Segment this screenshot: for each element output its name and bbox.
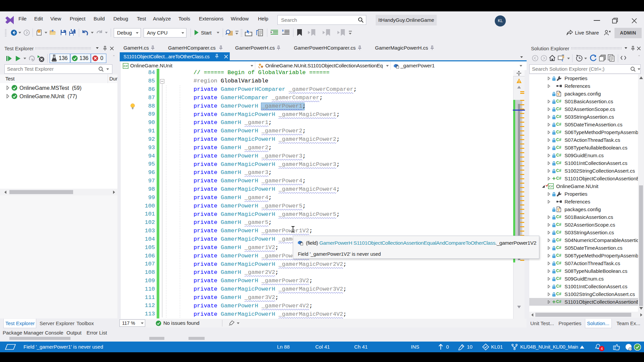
svg-text:C#: C# bbox=[549, 184, 553, 188]
svg-text:C#: C# bbox=[123, 64, 128, 68]
